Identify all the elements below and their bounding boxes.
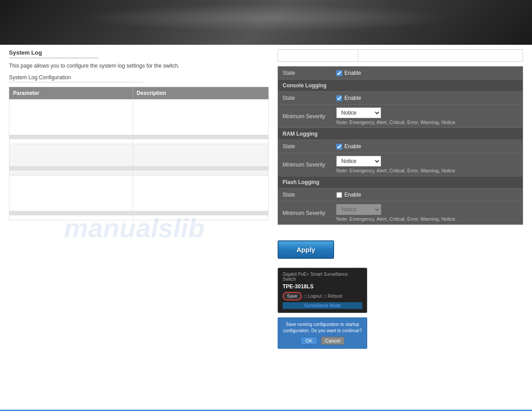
table-row [9,167,269,171]
table-cell [133,139,269,144]
col1-header: Parameter [9,87,133,99]
table-cell [9,135,269,139]
table-cell [9,211,269,215]
config-panel: State Enable Console Logging State [278,66,523,225]
flash-severity-select[interactable]: Emergency Alert Critical Error Warning N… [336,204,381,215]
console-state-row: State Enable [278,92,523,105]
table-cell [133,176,269,211]
flash-severity-row: Minimum Severity Emergency Alert Critica… [278,201,523,224]
ok-button[interactable]: OK [300,337,317,345]
ram-severity-label: Minimum Severity [278,158,332,171]
flash-state-checkbox[interactable] [336,192,342,198]
surveillance-mode: Surveillance Mode [283,302,362,309]
search-bar [278,49,523,62]
table-cell [9,171,133,176]
table-row [9,176,269,211]
ram-state-value: Enable [332,141,523,152]
ram-state-checkbox-text: Enable [344,143,361,150]
table-cell [9,144,133,167]
table-cell [9,167,269,171]
cancel-button[interactable]: Cancel [321,337,344,345]
global-state-label: State [278,67,332,79]
global-state-checkbox-text: Enable [344,70,361,76]
console-severity-row: Minimum Severity Emergency Alert Critica… [278,105,523,128]
table-cell [133,215,269,220]
console-state-checkbox-text: Enable [344,95,361,101]
ram-state-row: State Enable [278,140,523,153]
table-row [9,139,269,144]
flash-logging-header: Flash Logging [278,176,523,188]
confirm-buttons: OK Cancel [283,337,362,345]
table-row [9,171,269,176]
table-cell [9,215,133,220]
table-row [9,215,269,220]
console-severity-value: Emergency Alert Critical Error Warning N… [332,105,523,128]
left-panel: System Log This page allows you to confi… [9,49,269,349]
console-state-label: State [278,92,332,104]
console-state-checkbox[interactable] [336,95,342,101]
confirm-dialog: Save running configuration to startup co… [278,317,367,349]
table-cell [9,99,133,135]
table-row [9,135,269,139]
flash-severity-value: Emergency Alert Critical Error Warning N… [332,201,523,224]
right-panel: State Enable Console Logging State [278,49,523,349]
config-table: Parameter Description [9,87,269,220]
description-text: This page allows you to configure the sy… [9,62,269,70]
header-banner [0,0,532,45]
confirm-text: Save running configuration to startup co… [283,321,362,334]
console-note-prefix: Note: [336,120,348,125]
console-severity-select[interactable]: Emergency Alert Critical Error Warning N… [336,107,381,118]
flash-state-value: Enable [332,189,523,201]
ram-note-text: Emergency, Alert, Critical, Error, Warni… [349,168,455,173]
device-title: Gigabit PoE+ Smart Surveillance Switch [283,272,362,282]
ram-severity-select[interactable]: Emergency Alert Critical Error Warning N… [336,156,381,167]
global-state-row: State Enable [278,67,523,80]
console-severity-note: Note: Emergency, Alert, Critical, Error,… [336,120,518,125]
flash-severity-label: Minimum Severity [278,207,332,219]
console-state-value: Enable [332,92,523,104]
ram-state-label: State [278,140,332,153]
search-input[interactable] [278,49,358,62]
table-cell [133,99,269,135]
device-model: TPE-3018LS [283,283,362,290]
console-severity-label: Minimum Severity [278,110,332,123]
global-state-checkbox-label[interactable]: Enable [336,70,518,76]
search-result [358,49,523,62]
device-widget: Gigabit PoE+ Smart Surveillance Switch T… [278,268,367,313]
global-state-value: Enable [332,67,523,79]
ram-note-prefix: Note: [336,168,348,173]
console-state-checkbox-label[interactable]: Enable [336,95,518,101]
col2-header: Description [133,87,269,99]
apply-button[interactable]: Apply [278,240,334,259]
logout-link[interactable]: Logout [304,294,322,299]
table-cell [133,144,269,167]
ram-severity-note: Note: Emergency, Alert, Critical, Error,… [336,168,518,173]
flash-state-checkbox-label[interactable]: Enable [336,192,518,198]
flash-severity-note: Note: Emergency, Alert, Critical, Error,… [336,216,518,222]
ram-state-checkbox-label[interactable]: Enable [336,143,518,150]
flash-state-row: State Enable [278,188,523,201]
table-cell [133,171,269,176]
save-button[interactable]: Save [283,292,302,300]
flash-state-label: State [278,188,332,201]
reboot-link[interactable]: Reboot [324,294,342,299]
table-row [9,99,269,135]
table-cell [9,139,133,144]
flash-note-prefix: Note: [336,216,348,222]
section-title: System Log [9,49,99,58]
table-row [9,144,269,167]
table-row [9,211,269,215]
device-actions: Save Logout Reboot [283,292,362,300]
console-note-text: Emergency, Alert, Critical, Error, Warni… [349,120,455,125]
sub-section-title: System Log Configuration [9,74,143,82]
ram-state-checkbox[interactable] [336,144,342,150]
ram-logging-header: RAM Logging [278,128,523,140]
ram-severity-value: Emergency Alert Critical Error Warning N… [332,153,523,176]
flash-note-text: Emergency, Alert, Critical, Error, Warni… [349,216,455,222]
global-state-checkbox[interactable] [336,70,342,76]
flash-state-checkbox-text: Enable [344,192,361,198]
ram-severity-row: Minimum Severity Emergency Alert Critica… [278,153,523,176]
console-logging-header: Console Logging [278,80,523,92]
table-cell [9,176,133,211]
apply-section: Apply [278,231,523,259]
